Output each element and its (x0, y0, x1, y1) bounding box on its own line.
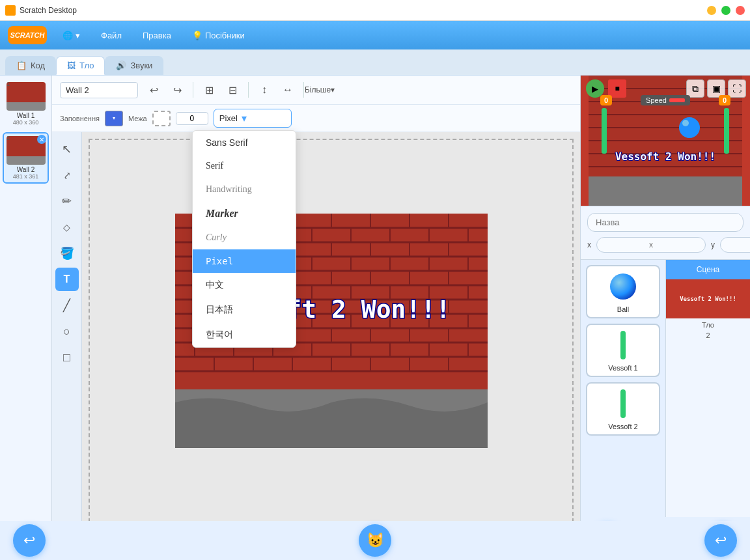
sprite-thumbnail-panel: 1 Wall 1 480 x 360 2 ✕ Wall 2 481 x 361 (0, 76, 52, 560)
font-item-sans-serif-label: Sans Serif (206, 137, 248, 148)
scene-label: Тло (666, 318, 750, 331)
svg-rect-104 (589, 176, 742, 206)
scene-header: Сцена (666, 260, 750, 279)
edit-menu[interactable]: Правка (137, 28, 176, 43)
canvas-area[interactable]: Vessoft 2 Won!!! (82, 132, 580, 529)
global-cat-button[interactable]: 😺 (359, 524, 391, 557)
font-item-pixel[interactable]: Pixel (193, 249, 296, 273)
sprite-name-input[interactable] (587, 213, 743, 232)
sprite-size-1: 480 x 360 (7, 119, 45, 126)
tab-costume[interactable]: 🖼 Тло (56, 56, 105, 75)
titlebar: Scratch Desktop (0, 0, 750, 21)
font-dropdown[interactable]: Pixel ▾ (214, 109, 292, 128)
pencil-tool-button[interactable]: ✏ (55, 189, 79, 213)
scratch-logo: SCRATCH (8, 26, 47, 44)
font-item-chinese[interactable]: 中文 (193, 273, 296, 298)
select-tool-button[interactable]: ↖ (55, 137, 79, 161)
global-add-sprite-button[interactable]: ↩ (13, 524, 46, 557)
tutorials-menu[interactable]: 💡 Посібники (187, 28, 250, 43)
more-button[interactable]: Більше ▾ (309, 79, 330, 100)
rect-tool-button[interactable]: □ (55, 346, 79, 369)
border-color-swatch[interactable] (152, 111, 171, 126)
tab-sounds[interactable]: 🔊 Звуки (105, 56, 163, 75)
vessoft2-image (604, 387, 643, 420)
x-input[interactable] (596, 237, 706, 253)
scene-thumbnail-text: Vessoft 2 Won!!! (680, 296, 736, 302)
global-scene-icon: ↩ (715, 532, 727, 549)
redo-button[interactable]: ↪ (167, 79, 188, 100)
globe-arrow: ▾ (76, 31, 80, 40)
global-sprite-icon: ↩ (23, 532, 35, 549)
font-item-curly[interactable]: Curly (193, 226, 296, 249)
sprite-controls: x y (581, 206, 750, 260)
x-label: x (587, 240, 591, 249)
y-input[interactable] (720, 237, 750, 253)
font-selector-row: Заповнення ▾ Межа Pixel ▾ (52, 105, 580, 132)
maximize-button[interactable] (721, 6, 730, 15)
font-item-marker[interactable]: Marker (193, 201, 296, 226)
ground-svg (175, 389, 488, 448)
svg-point-108 (682, 120, 689, 126)
fill-color-swatch[interactable]: ▾ (105, 111, 123, 126)
sprite-card-vessoft2[interactable]: Vessoft 2 (586, 382, 660, 436)
window-controls[interactable] (707, 6, 745, 15)
global-scene-button[interactable]: ↩ (704, 524, 737, 557)
y-label: y (711, 240, 715, 249)
sprite-card-vessoft1[interactable]: Vessoft 1 (586, 324, 660, 377)
group-button[interactable]: ⊞ (199, 79, 219, 100)
font-item-sans-serif[interactable]: Sans Serif (193, 131, 296, 154)
paint-toolbar: ↩ ↪ ⊞ ⊟ ↕ ↔ Більше ▾ (52, 76, 580, 105)
ungroup-button[interactable]: ⊟ (222, 79, 243, 100)
costume-name-input[interactable] (60, 82, 138, 98)
border-size-input[interactable] (176, 112, 208, 125)
reshape-tool-button[interactable]: ⤤ (55, 163, 79, 187)
sprite-num-2: 2 (7, 135, 10, 141)
undo-button[interactable]: ↩ (143, 79, 164, 100)
sprite-item-2[interactable]: 2 ✕ Wall 2 481 x 361 (3, 132, 49, 184)
flip-vertical-button[interactable]: ↔ (277, 79, 298, 100)
minimize-button[interactable] (707, 6, 716, 15)
erase-tool-button[interactable]: ◇ (55, 216, 79, 239)
globe-menu[interactable]: 🌐 ▾ (57, 28, 85, 43)
font-item-serif[interactable]: Serif (193, 154, 296, 178)
score-right: 0 (719, 95, 730, 105)
flip-horizontal-button[interactable]: ↕ (254, 79, 275, 100)
font-selected-label: Pixel (219, 113, 238, 123)
font-item-handwriting[interactable]: Handwriting (193, 178, 296, 201)
font-item-curly-label: Curly (206, 232, 227, 242)
sprite-close-2[interactable]: ✕ (37, 135, 46, 144)
sprite-card-ball[interactable]: Ball (586, 265, 660, 318)
tab-code[interactable]: 📋 Код (5, 56, 56, 75)
font-item-pixel-label: Pixel (206, 256, 233, 266)
more-label: Більше (305, 85, 331, 94)
line-tool-button[interactable]: ╱ (55, 294, 79, 317)
separator-2 (248, 82, 249, 98)
tab-costume-label: Тло (79, 61, 94, 70)
vessoft2-label: Vessoft 2 (591, 423, 655, 430)
sprite-size-2: 481 x 361 (7, 173, 45, 180)
font-item-japanese[interactable]: 日本語 (193, 298, 296, 322)
file-menu-label: Файл (101, 31, 122, 40)
font-dropdown-arrow: ▾ (242, 112, 247, 124)
scene-thumbnail[interactable]: Vessoft 2 Won!!! (666, 279, 750, 318)
speed-box: Speed (641, 95, 690, 105)
font-item-korean-label: 한국어 (206, 329, 233, 339)
font-item-marker-label: Marker (206, 208, 238, 219)
ball-label: Ball (591, 305, 655, 313)
svg-rect-106 (724, 108, 729, 154)
text-tool-button[interactable]: T (55, 268, 79, 291)
close-button[interactable] (736, 6, 745, 15)
file-menu[interactable]: Файл (96, 28, 127, 43)
speed-label: Speed (646, 96, 667, 104)
sprite-item-1[interactable]: 1 Wall 1 480 x 360 (3, 78, 49, 130)
fill-tool-button[interactable]: 🪣 (55, 242, 79, 265)
score-bar: 0 Speed 0 (581, 95, 750, 105)
svg-text:Vessoft 2 Won!!!: Vessoft 2 Won!!! (615, 150, 715, 163)
circle-tool-button[interactable]: ○ (55, 320, 79, 343)
fill-label: Заповнення (60, 115, 100, 122)
font-item-korean[interactable]: 한국어 (193, 322, 296, 347)
canvas-tools-row: ↖ ⤤ ✏ ◇ 🪣 T ╱ ○ □ (52, 132, 580, 529)
font-item-handwriting-label: Handwriting (206, 184, 252, 194)
sprite-num-1: 1 (7, 81, 10, 87)
tool-panel: ↖ ⤤ ✏ ◇ 🪣 T ╱ ○ □ (52, 132, 82, 529)
